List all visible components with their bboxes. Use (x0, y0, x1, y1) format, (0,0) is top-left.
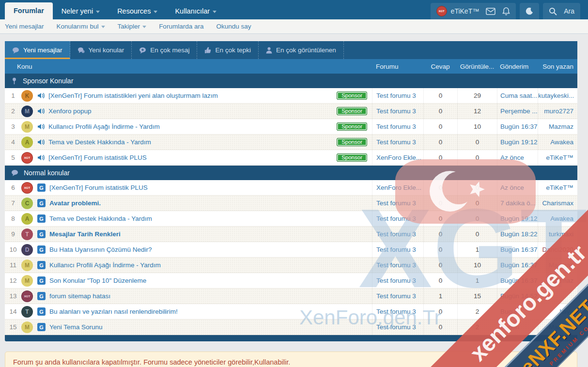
forum-link[interactable]: Test forumu 3 (376, 92, 416, 99)
forum-link[interactable]: Test forumu 3 (376, 277, 416, 284)
tab-yeni-konular[interactable]: Yeni konular (70, 41, 132, 59)
topic-title-link[interactable]: Bu alanları ve yazıları nasıl renlendire… (49, 308, 178, 315)
avatar[interactable]: M (21, 275, 33, 287)
posted-time-link[interactable]: Bugün 16:37 (500, 123, 538, 130)
subnav-yeni-mesajlar[interactable]: Yeni mesajlar (5, 23, 44, 30)
forum-link[interactable]: Test forumu 3 (376, 138, 416, 146)
prefix-badge[interactable]: G (37, 323, 46, 331)
forum-link[interactable]: XenForo Ekle... (376, 154, 421, 161)
topic-title-link[interactable]: [XenGenTr] Forum istatistik PLUS (48, 154, 147, 161)
posted-time-link[interactable]: Perşembe ... (500, 107, 538, 115)
forum-link[interactable]: Test forumu 3 (376, 230, 416, 238)
forum-link[interactable]: Test forumu 3 (376, 246, 416, 253)
bell-icon[interactable] (502, 7, 510, 15)
last-poster-link[interactable]: Mazmaz (549, 277, 573, 284)
subnav-forumlarda-ara[interactable]: Forumlarda ara (159, 23, 203, 30)
subnav-konularimi-bul[interactable]: Konularımı bul (57, 23, 105, 30)
column-last-poster[interactable]: Son yazan (538, 63, 577, 70)
column-posted[interactable]: Gönderim (497, 63, 538, 70)
posted-time-link[interactable]: Bugün 19:12 (500, 138, 538, 146)
column-views[interactable]: Görüntüle... (457, 63, 497, 70)
last-poster-link[interactable]: eTiKeT™ (546, 154, 573, 161)
posted-time-link[interactable]: 7 dakika ö... (500, 199, 536, 207)
topic-title-link[interactable]: Mesajlar Tarih Renkleri (49, 230, 121, 238)
last-poster-link[interactable]: turkmaxi (549, 230, 573, 238)
last-poster-link[interactable]: kaya (559, 308, 573, 315)
nav-tab-kullanicilar[interactable]: Kullanıcılar (166, 3, 225, 19)
tab-en-cok-mesaj[interactable]: En çok mesaj (132, 41, 197, 59)
prefix-badge[interactable]: G (37, 214, 46, 223)
avatar[interactable]: K (21, 90, 33, 102)
posted-time-link[interactable]: Az önce (500, 154, 524, 161)
column-replies[interactable]: Cevap (423, 63, 457, 70)
last-poster-link[interactable]: Awakea (550, 215, 573, 222)
tab-en-cok-tepki[interactable]: En çok tepki (197, 41, 259, 59)
avatar[interactable]: T (21, 306, 33, 318)
avatar[interactable]: D (21, 244, 33, 256)
last-poster-link[interactable]: Charismax (542, 199, 573, 207)
topic-title-link[interactable]: Tema ve Destek Hakkında - Yardım (49, 215, 152, 222)
avatar[interactable]: C (21, 198, 33, 209)
prefix-badge[interactable]: G (37, 261, 46, 269)
posted-time-link[interactable]: Az önce (500, 184, 524, 191)
topic-title-link[interactable]: [XenGenTr] Forum istatistikleri yeni ala… (48, 92, 218, 99)
prefix-badge[interactable]: G (37, 307, 46, 316)
avatar[interactable]: A (21, 137, 33, 148)
topic-title-link[interactable]: Kullanıcı Profili Aşağı İndirme - Yardım (48, 123, 160, 130)
subnav-takipler[interactable]: Takipler (118, 23, 147, 30)
avatar[interactable]: M (21, 321, 33, 333)
prefix-badge[interactable]: G (37, 199, 46, 207)
posted-time-link[interactable]: Bugün 16:37 (500, 261, 538, 269)
last-poster-link[interactable]: Danci2020 (542, 246, 573, 253)
nav-tab-resources[interactable]: Resources (108, 3, 166, 19)
last-poster-link[interactable]: kutaykeski... (538, 92, 574, 99)
topic-title-link[interactable]: Tema ve Destek Hakkında - Yardım (48, 138, 151, 146)
last-poster-link[interactable]: Mazmaz (549, 323, 573, 331)
topic-title-link[interactable]: Avatar problemi. (49, 199, 101, 207)
forum-link[interactable]: Test forumu 3 (376, 199, 416, 207)
prefix-badge[interactable]: G (37, 245, 46, 254)
prefix-badge[interactable]: G (37, 230, 46, 238)
avatar[interactable]: M (21, 106, 33, 117)
subnav-okundu-say[interactable]: Okundu say (216, 23, 251, 30)
topic-title-link[interactable]: forum sitemap hatası (49, 292, 110, 300)
tab-yeni-mesajlar[interactable]: Yeni mesajlar (5, 41, 70, 59)
posted-time-link[interactable]: Bugün (500, 323, 519, 331)
avatar[interactable]: T (21, 229, 33, 240)
topic-title-link[interactable]: Bu Hata Uyarısının Çözümü Nedir? (49, 246, 152, 253)
last-poster-link[interactable]: eTiKeT™ (546, 184, 573, 191)
forum-link[interactable]: Test forumu 3 (376, 123, 416, 130)
forum-link[interactable]: Test forumu 3 (376, 308, 416, 315)
prefix-badge[interactable]: G (37, 292, 46, 300)
posted-time-link[interactable]: Bugün 19:12 (500, 215, 538, 222)
posted-time-link[interactable]: Cuma saat... (500, 92, 538, 99)
nav-tab-neler-yeni[interactable]: Neler yeni (53, 3, 108, 19)
forum-link[interactable]: Test forumu 3 (376, 261, 416, 269)
column-forum[interactable]: Forumu (372, 63, 423, 70)
posted-time-link[interactable]: Bugün 18:22 (500, 230, 538, 238)
search-button[interactable]: Ara (543, 3, 580, 19)
forum-link[interactable]: XenForo Ekle... (376, 184, 421, 191)
last-poster-link[interactable]: muro2727 (544, 107, 573, 115)
posted-time-link[interactable]: Bugün 14:52 (500, 292, 538, 300)
avatar[interactable]: XGT (21, 152, 33, 164)
topic-title-link[interactable]: Son Konular "Top 10" Düzenleme (49, 277, 146, 284)
posted-time-link[interactable]: Bugün (500, 308, 519, 315)
nav-tab-forumlar[interactable]: Forumlar (5, 2, 53, 19)
prefix-badge[interactable]: G (37, 276, 46, 285)
envelope-icon[interactable] (486, 8, 495, 15)
forum-link[interactable]: Test forumu 3 (376, 292, 416, 300)
avatar[interactable]: M (21, 121, 33, 133)
posted-time-link[interactable]: Bugün 16:37 (500, 246, 538, 253)
avatar[interactable]: XGT (21, 182, 33, 194)
tab-en-cok-goruntulenen[interactable]: En çok görüntülenen (259, 41, 344, 59)
forum-link[interactable]: Test forumu 3 (376, 323, 416, 331)
column-topic[interactable]: Konu (5, 63, 372, 70)
topic-title-link[interactable]: Yeni Tema Sorunu (49, 323, 103, 331)
last-poster-link[interactable]: Awakea (550, 138, 573, 146)
moon-icon[interactable] (526, 7, 533, 15)
posted-time-link[interactable]: Bugün 16:37 (500, 277, 538, 284)
avatar[interactable]: XGT (21, 291, 33, 302)
prefix-badge[interactable]: G (37, 184, 46, 192)
last-poster-link[interactable]: Mazmaz (549, 123, 573, 130)
